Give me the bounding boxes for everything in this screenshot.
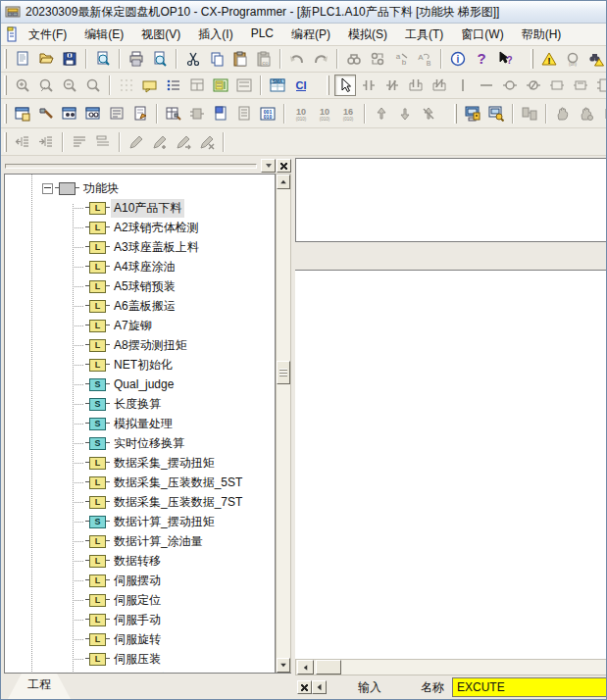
replace-button[interactable]: [367, 48, 388, 70]
rung-wrap-button[interactable]: [69, 131, 90, 153]
base-signed-button[interactable]: 10(010): [314, 103, 335, 125]
open-file-button[interactable]: [35, 48, 57, 70]
window-split-button[interactable]: [186, 75, 208, 96]
work-online-button[interactable]: [462, 103, 483, 125]
zoom-in-button[interactable]: [12, 75, 33, 96]
close-panel-button[interactable]: [277, 159, 291, 173]
project-tree[interactable]: 功能块LA10产品下料LA2球销壳体检测LA3球座盖板上料LA4球座涂油LA5球…: [4, 174, 276, 674]
marker-clear-button[interactable]: [196, 131, 218, 153]
select-tool-button[interactable]: [334, 75, 356, 96]
vertical-line-button[interactable]: [452, 75, 474, 96]
tree-scrollbar[interactable]: [276, 174, 291, 674]
toolbar-grip[interactable]: [4, 104, 7, 124]
set-value-button[interactable]: [371, 103, 392, 125]
menu-item[interactable]: 窗口(W): [452, 25, 512, 45]
save-button[interactable]: [59, 48, 80, 70]
tree-item[interactable]: LA10产品下料: [5, 198, 184, 218]
io-bit-button[interactable]: 001010: [257, 103, 278, 125]
window-new-button[interactable]: [12, 103, 33, 125]
coil-no-button[interactable]: [499, 75, 521, 96]
tree-item[interactable]: L伺服旋转: [5, 629, 164, 649]
tree-item[interactable]: LA3球座盖板上料: [5, 237, 202, 257]
tree-item[interactable]: L数据转移: [5, 551, 164, 571]
contact-or-nc-button[interactable]: [429, 75, 450, 96]
tree-root-item[interactable]: 功能块: [5, 178, 122, 198]
grid-button[interactable]: [116, 75, 137, 96]
section-button[interactable]: [210, 103, 231, 125]
redo-button[interactable]: [310, 48, 331, 70]
fb-variable-table[interactable]: [295, 158, 607, 242]
toolbar-grip[interactable]: [454, 104, 457, 124]
previous-operand-button[interactable]: [312, 680, 327, 694]
base-hex-button[interactable]: 16(010): [337, 103, 359, 125]
force-on-button[interactable]: [394, 103, 416, 125]
tree-item[interactable]: L数据计算_涂油量: [5, 531, 206, 551]
find-button[interactable]: [343, 48, 365, 70]
marker-next-button[interactable]: [173, 131, 194, 153]
context-help-button[interactable]: ?: [494, 48, 516, 70]
menu-item[interactable]: 编程(P): [282, 25, 339, 45]
toolbar-grip[interactable]: [531, 49, 533, 69]
cut-button[interactable]: [182, 48, 204, 70]
paste-button[interactable]: [229, 48, 251, 70]
tree-item[interactable]: S数据计算_摆动扭矩: [5, 512, 218, 531]
zoom-tool-button[interactable]: [35, 75, 57, 96]
instruction-detail-button[interactable]: [570, 75, 591, 96]
marker-button[interactable]: [126, 131, 147, 153]
tree-item[interactable]: LA6盖板搬运: [5, 296, 178, 316]
copy-button[interactable]: [206, 48, 228, 70]
tree-item[interactable]: LA2球销壳体检测: [5, 218, 202, 237]
io-table-button[interactable]: [163, 103, 184, 125]
menu-item[interactable]: 视图(V): [132, 25, 189, 45]
watch-window-button[interactable]: [82, 103, 104, 125]
ci-button[interactable]: CI: [290, 75, 312, 96]
tree-item[interactable]: L伺服压装: [5, 649, 164, 669]
tree-item[interactable]: LNET初始化: [5, 355, 176, 375]
tree-item[interactable]: SQual_judge: [5, 375, 177, 394]
tree-item[interactable]: L伺服定位: [5, 590, 164, 610]
menu-item[interactable]: 帮助(H): [513, 25, 571, 45]
menu-item[interactable]: 文件(F): [20, 25, 76, 45]
marker-add-button[interactable]: [149, 131, 171, 153]
address-list-button[interactable]: [233, 103, 255, 125]
project-tab[interactable]: 工程: [8, 674, 71, 699]
tree-item[interactable]: LA5球销预装: [5, 276, 178, 296]
tree-item[interactable]: L伺服手动: [5, 610, 164, 629]
indent-button[interactable]: [35, 131, 57, 153]
tree-item[interactable]: L数据采集_压装数据_5ST: [5, 473, 245, 492]
tree-item[interactable]: S长度换算: [5, 394, 164, 414]
scroll-down-button[interactable]: [277, 658, 290, 673]
pause-button[interactable]: [552, 103, 574, 125]
toolbar-grip[interactable]: [4, 49, 7, 69]
rung-comment-button[interactable]: [92, 131, 114, 153]
change-address-button[interactable]: AB: [414, 48, 435, 70]
dock-menu-button[interactable]: [261, 159, 276, 173]
tree-item[interactable]: L数据采集_摆动扭矩: [5, 453, 218, 473]
horizontal-line-button[interactable]: [476, 75, 497, 96]
run-button[interactable]: [599, 103, 606, 125]
about-button[interactable]: i: [447, 48, 469, 70]
ladder-edit-button[interactable]: [210, 75, 231, 96]
change-all-button[interactable]: ab: [390, 48, 412, 70]
tree-item[interactable]: S实时位移换算: [5, 433, 187, 453]
toolbar-grip[interactable]: [4, 75, 7, 95]
new-file-button[interactable]: [12, 48, 33, 70]
instruction-button[interactable]: [546, 75, 568, 96]
mnemonics-button[interactable]: SMA: [267, 75, 288, 96]
menu-item[interactable]: 编辑(E): [76, 25, 132, 45]
tree-item[interactable]: S模拟量处理: [5, 414, 176, 433]
ladder-document-icon[interactable]: [4, 26, 20, 42]
zoom-fit-button[interactable]: [82, 75, 104, 96]
menu-item[interactable]: 工具(T): [396, 25, 452, 45]
tree-item[interactable]: L伺服摆动: [5, 571, 164, 590]
ladder-view-button[interactable]: [233, 75, 255, 96]
fb-invoke-button[interactable]: [593, 75, 606, 96]
zoom-out-button[interactable]: [59, 75, 80, 96]
tree-item[interactable]: LA7旋铆: [5, 316, 155, 335]
hscrollbar-thumb[interactable]: [316, 660, 341, 675]
menu-item[interactable]: 插入(I): [189, 25, 241, 45]
compile-warning-button[interactable]: !: [538, 48, 560, 70]
scroll-up-button[interactable]: [277, 175, 290, 189]
pause-monitor-button[interactable]: [576, 103, 597, 125]
help-button[interactable]: ?: [471, 48, 492, 70]
